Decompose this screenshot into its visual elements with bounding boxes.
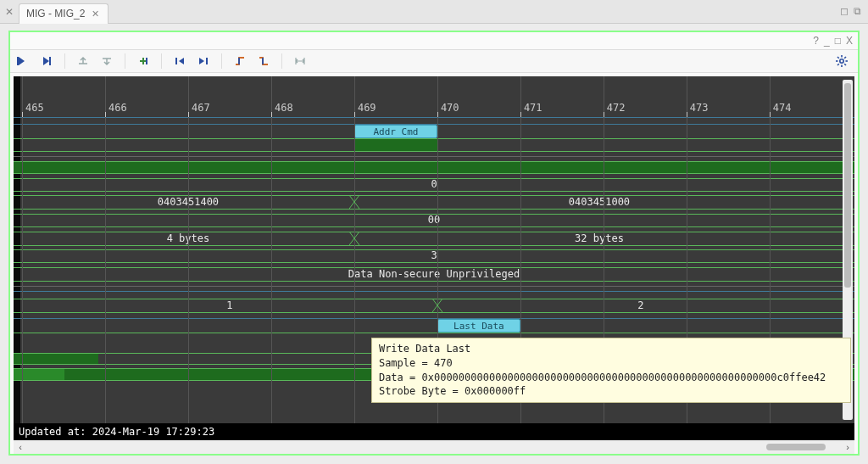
close-tab-icon[interactable]: ✕ [90,8,101,20]
tick [770,112,771,117]
tick-label: 465 [25,102,44,114]
tooltip-l4: Strobe Byte = 0x000000ff [379,385,526,397]
addr-cmd-label: Addr Cmd [373,126,418,137]
status-bar: Updated at: 2024-Mar-19 17:29:23 [14,423,854,440]
bottom-seg-a [14,354,98,364]
svg-line-16 [844,57,846,59]
tick [520,112,521,117]
status-text: Updated at: 2024-Mar-19 17:29:23 [19,426,214,438]
security-label: Data Non-secure Unprivileged [348,268,520,280]
vertical-scroll-thumb[interactable] [844,83,851,288]
tick-label: 472 [607,102,626,114]
hscroll-track[interactable] [27,440,841,454]
row-00-label: 00 [428,214,440,226]
tick [188,112,189,117]
last-data-pill: Last Data [437,319,520,333]
svg-line-13 [837,57,839,59]
gridline [188,76,189,423]
svg-line-14 [844,64,846,65]
close-icon[interactable]: X [846,35,853,47]
scroll-left-icon[interactable]: ‹ [14,442,27,452]
svg-rect-3 [49,57,51,65]
tick [105,112,106,117]
tooltip-l1: Write Data Last [379,343,470,355]
addr-cmd-active [354,139,437,151]
gridline [22,76,23,423]
svg-rect-1 [17,57,19,65]
gridline [105,76,106,423]
tick-label: 469 [358,102,376,114]
row-3-label: 3 [431,249,437,261]
tick-label: 471 [524,102,542,114]
horizontal-scroll-thumb[interactable] [766,444,826,450]
tab-bar: ✕ MIG - MIG_2 ✕ ◻ ⧉ [0,0,868,24]
last-data-label: Last Data [453,321,504,332]
waveform-area[interactable]: Addr Cmd 0 0403451400 040345 [14,76,854,423]
tick-label: 466 [108,102,127,114]
seq-left-label: 1 [226,299,232,311]
minimize-icon[interactable]: _ [824,35,830,47]
tick-label: 468 [275,102,293,114]
svg-marker-0 [19,57,25,65]
tick-label: 474 [773,102,792,114]
svg-rect-4 [175,58,177,64]
export-up-icon[interactable] [75,53,91,69]
help-icon[interactable]: ? [813,35,819,47]
tooltip-l3: Data = 0x0000000000000000000000000000000… [379,372,826,383]
maximize-icon[interactable]: □ [835,35,841,47]
transition-marker [349,195,359,211]
tab-mig[interactable]: MIG - MIG_2 ✕ [19,3,108,24]
waveform-container: Addr Cmd 0 0403451400 040345 [14,76,854,440]
tick [271,112,272,117]
close-tab-left-icon[interactable]: ✕ [0,6,19,18]
detach-icon[interactable]: ◻ [840,5,849,17]
horizontal-scrollbar[interactable]: ‹ › [14,440,854,454]
rising-edge-icon[interactable] [232,53,248,69]
bytes-right-label: 32 bytes [575,232,624,244]
scroll-right-icon[interactable]: › [841,442,854,452]
gridline [271,76,272,423]
row-zero-label: 0 [431,178,437,190]
gear-icon[interactable] [834,53,849,69]
seq-right-label: 2 [637,299,643,311]
svg-marker-2 [43,57,49,65]
svg-line-15 [837,64,839,65]
waveform-panel: ? _ □ X [8,31,860,456]
tooltip-l2: Sample = 470 [379,357,453,369]
prev-edge-icon[interactable] [172,53,187,69]
popout-icon[interactable]: ⧉ [854,5,861,17]
tab-title: MIG - MIG_2 [26,8,85,20]
tick [354,112,355,117]
svg-marker-5 [179,58,184,64]
transition-marker [432,299,442,315]
transition-marker [349,232,359,248]
gridline [354,76,355,423]
add-marker-icon[interactable] [136,53,151,69]
bottom-seg-b [14,368,64,380]
fit-width-icon[interactable] [292,53,308,69]
tick [437,112,438,117]
svg-point-8 [840,59,843,63]
next-edge-icon[interactable] [196,53,211,69]
falling-edge-icon[interactable] [256,53,271,69]
tick-label: 473 [690,102,709,114]
svg-rect-7 [206,58,208,64]
play-end-icon[interactable] [39,53,54,69]
tick [22,112,23,117]
play-start-icon[interactable] [15,53,31,69]
signal-tooltip: Write Data Last Sample = 470 Data = 0x00… [371,338,851,403]
addr-right-label: 0403451000 [569,196,630,208]
addr-cmd-pill: Addr Cmd [354,125,437,138]
tick [604,112,604,117]
tick-label: 470 [441,102,459,114]
tick [687,112,687,117]
import-down-icon[interactable] [99,53,114,69]
tick-label: 467 [192,102,210,114]
svg-marker-6 [199,58,204,64]
toolbar [10,49,858,73]
track-enable [14,161,854,173]
